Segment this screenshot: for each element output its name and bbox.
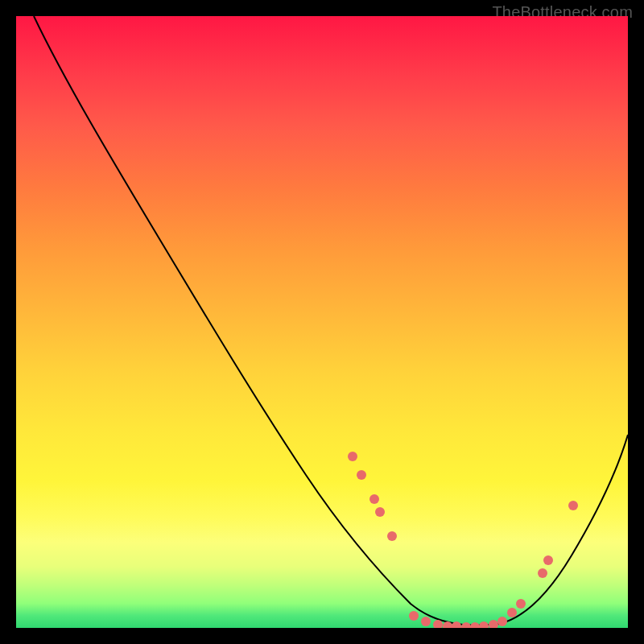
marker-dot bbox=[479, 621, 489, 628]
marker-dot bbox=[516, 599, 526, 609]
marker-dot bbox=[357, 470, 366, 480]
marker-dot bbox=[409, 611, 419, 621]
chart-container: TheBottleneck.com bbox=[0, 0, 644, 644]
marker-dot bbox=[470, 622, 480, 628]
marker-dot bbox=[348, 452, 357, 461]
marker-dot bbox=[387, 531, 397, 541]
marker-dot bbox=[421, 617, 431, 626]
plot-area bbox=[16, 16, 628, 628]
marker-dot bbox=[375, 507, 385, 517]
data-points bbox=[348, 452, 578, 628]
marker-dot bbox=[461, 622, 471, 628]
marker-dot bbox=[497, 617, 507, 626]
marker-dot bbox=[568, 501, 578, 510]
marker-dot bbox=[369, 494, 379, 504]
curve-svg bbox=[16, 16, 628, 628]
marker-dot bbox=[543, 555, 553, 565]
marker-dot bbox=[538, 568, 547, 578]
bottleneck-curve-path bbox=[34, 16, 628, 625]
marker-dot bbox=[507, 608, 517, 617]
marker-dot bbox=[489, 620, 498, 628]
